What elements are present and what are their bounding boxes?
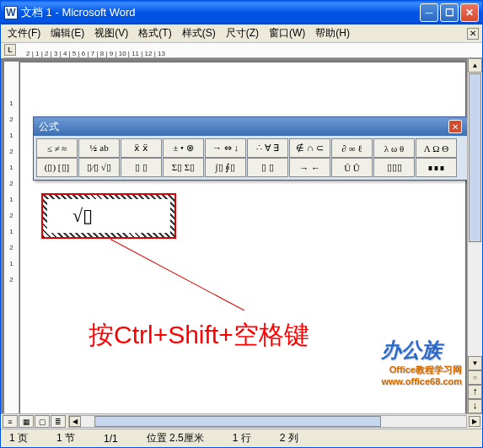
statusbar: 1 页 1 节 1/1 位置 2.5厘米 1 行 2 列 [1, 429, 482, 447]
eq-subscript[interactable]: ▯ ▯ [121, 158, 162, 177]
eq-logical[interactable]: ∴ ∀ ∃ [247, 138, 288, 158]
view-web-icon[interactable]: ▦ [19, 415, 34, 428]
content-area: 1 2 1 2 1 2 1 2 1 2 1 2 公式 ✕ ≤ ≠ ≈ ¹⁄₂ a… [1, 58, 482, 413]
equation-editor-box[interactable]: √▯ [41, 193, 176, 239]
ruler-tick: 1 [9, 100, 13, 107]
ruler-tick: 2 [9, 148, 13, 155]
next-page-icon[interactable]: ⭣ [468, 399, 482, 413]
ruler-tick: 1 [9, 132, 13, 139]
status-column: 2 列 [280, 431, 298, 445]
scroll-track[interactable] [468, 243, 482, 356]
status-section: 1 节 [56, 431, 75, 445]
status-page-count: 1/1 [104, 433, 118, 445]
menu-size[interactable]: 尺寸(Z) [221, 24, 264, 42]
equation-content[interactable]: √▯ [47, 199, 170, 233]
menubar: 文件(F) 编辑(E) 视图(V) 格式(T) 样式(S) 尺寸(Z) 窗口(W… [1, 24, 482, 43]
app-title: 文档 1 - Microsoft Word [21, 5, 420, 20]
eq-greek-upper[interactable]: Λ Ω Θ [416, 138, 457, 158]
eq-fence[interactable]: (▯) [▯] [36, 158, 78, 177]
ruler-tick: 2 [9, 276, 13, 283]
watermark: 办公族 Office教程学习网 www.office68.com [381, 337, 462, 386]
menu-help[interactable]: 帮助(H) [310, 24, 355, 42]
watermark-brand: 办公族 [381, 338, 442, 361]
view-normal-icon[interactable]: ≡ [3, 415, 18, 428]
menu-view[interactable]: 视图(V) [89, 24, 133, 42]
ruler-tick: 2 [9, 244, 13, 251]
watermark-url1: Office教程学习网 [381, 364, 462, 376]
eq-greek-lower[interactable]: λ ω θ [373, 138, 415, 158]
ruler-tick: 2 [9, 116, 13, 123]
eq-relational[interactable]: ≤ ≠ ≈ [36, 138, 78, 158]
app-icon: W [4, 6, 18, 19]
ruler-tick: 1 [9, 164, 13, 171]
eq-products[interactable]: Ū Û [331, 158, 373, 177]
eq-arrows[interactable]: → ⇔ ↓ [205, 138, 246, 158]
view-print-icon[interactable]: ▢ [35, 415, 50, 428]
hscroll-thumb[interactable] [94, 416, 381, 427]
equation-toolbar-close[interactable]: ✕ [448, 120, 462, 133]
scroll-up-icon[interactable]: ▲ [468, 58, 482, 73]
menu-edit[interactable]: 编辑(E) [46, 24, 89, 42]
eq-set[interactable]: ∉ ∩ ⊂ [289, 138, 330, 158]
ruler-ticks: 2 | 1 | 2 | 3 | 4 | 5 | 6 | 7 | 8 | 9 | … [26, 50, 165, 57]
eq-summation[interactable]: Σ▯ Σ▯ [163, 158, 204, 177]
equation-row-2: (▯) [▯] ▯⁄▯ √▯ ▯ ▯ Σ▯ Σ▯ ∫▯ ∮▯ ▯ ▯ → ← Ū… [36, 158, 464, 177]
eq-underbar[interactable]: ▯ ▯ [247, 158, 288, 177]
annotation-text: 按Ctrl+Shift+空格键 [89, 318, 309, 353]
ruler-tick: 1 [9, 228, 13, 235]
vertical-scrollbar[interactable]: ▲ ▼ ○ ⭡ ⭣ [467, 58, 482, 413]
menu-window[interactable]: 窗口(W) [264, 24, 310, 42]
eq-fraction-radical[interactable]: ▯⁄▯ √▯ [78, 158, 120, 177]
eq-labeled-arrow[interactable]: → ← [289, 158, 330, 177]
scroll-down-icon[interactable]: ▼ [468, 356, 482, 370]
eq-integral[interactable]: ∫▯ ∮▯ [205, 158, 246, 177]
ruler-tick: 1 [9, 260, 13, 267]
scroll-thumb[interactable] [469, 73, 481, 242]
ruler-horizontal[interactable]: L 2 | 1 | 2 | 3 | 4 | 5 | 6 | 7 | 8 | 9 … [4, 43, 482, 58]
menu-style[interactable]: 样式(S) [177, 24, 221, 42]
eq-operators[interactable]: ± • ⊗ [163, 138, 204, 158]
menu-format[interactable]: 格式(T) [133, 24, 176, 42]
minimize-button[interactable]: ─ [420, 3, 438, 22]
horizontal-scrollbar[interactable]: ◀ [68, 415, 467, 428]
equation-toolbar-title[interactable]: 公式 ✕ [34, 117, 467, 136]
watermark-url2: www.office68.com [381, 376, 462, 386]
prev-page-icon[interactable]: ⭡ [468, 385, 482, 399]
view-bar: ≡ ▦ ▢ ≣ ◀ ▶ [1, 413, 482, 429]
status-position: 位置 2.5厘米 [147, 431, 204, 445]
eq-spaces[interactable]: ¹⁄₂ ab [78, 138, 120, 158]
maximize-button[interactable]: ☐ [440, 3, 459, 22]
ruler-tick: 1 [9, 196, 13, 203]
equation-toolbar[interactable]: 公式 ✕ ≤ ≠ ≈ ¹⁄₂ ab ẍ ẍ ± • ⊗ → ⇔ ↓ ∴ ∀ ∃ … [33, 116, 468, 181]
scroll-left-icon[interactable]: ◀ [69, 416, 81, 427]
scroll-right-icon[interactable]: ▶ [469, 416, 480, 427]
status-page: 1 页 [9, 431, 28, 445]
menu-close-icon[interactable]: ✕ [467, 28, 479, 40]
tab-marker[interactable]: L [4, 44, 16, 56]
browse-object-icon[interactable]: ○ [468, 370, 482, 385]
view-outline-icon[interactable]: ≣ [51, 415, 66, 428]
eq-misc[interactable]: ∂ ∞ ℓ [331, 138, 373, 158]
ruler-tick: 2 [9, 180, 13, 187]
ruler-vertical[interactable]: 1 2 1 2 1 2 1 2 1 2 1 2 [4, 62, 19, 413]
titlebar: W 文档 1 - Microsoft Word ─ ☐ ✕ [1, 1, 482, 24]
status-line: 1 行 [233, 431, 251, 445]
equation-row-1: ≤ ≠ ≈ ¹⁄₂ ab ẍ ẍ ± • ⊗ → ⇔ ↓ ∴ ∀ ∃ ∉ ∩ ⊂… [36, 138, 464, 158]
equation-toolbar-label: 公式 [39, 120, 59, 134]
eq-matrix[interactable]: ▯▯▯ [373, 158, 415, 177]
eq-embellish[interactable]: ẍ ẍ [121, 138, 162, 158]
eq-matrix-filled[interactable]: ∎∎∎ [416, 158, 457, 177]
close-button[interactable]: ✕ [460, 3, 479, 22]
menu-file[interactable]: 文件(F) [3, 24, 46, 42]
ruler-tick: 2 [9, 212, 13, 219]
